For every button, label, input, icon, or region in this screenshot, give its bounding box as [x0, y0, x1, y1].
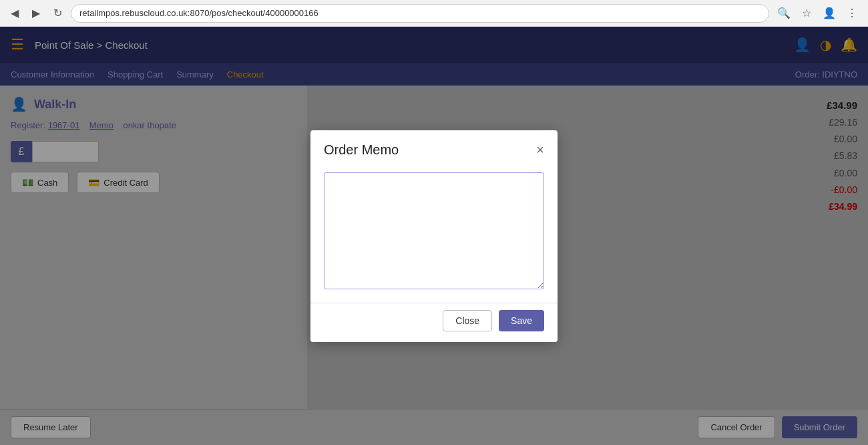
modal-title: Order Memo: [324, 142, 399, 158]
menu-button[interactable]: ⋮: [843, 4, 861, 23]
bookmark-button[interactable]: ☆: [797, 4, 816, 23]
modal-footer: Close Save: [310, 303, 558, 342]
modal-save-button[interactable]: Save: [499, 310, 544, 331]
modal-body: [310, 166, 558, 303]
address-bar[interactable]: retailmpos.rebuscloud.co.uk:8070/pos/che…: [71, 4, 769, 23]
app-container: ☰ Point Of Sale > Checkout 👤 ◑ 🔔 Custome…: [0, 27, 868, 445]
modal-dialog: Order Memo × Close Save: [310, 130, 558, 342]
search-button[interactable]: 🔍: [775, 4, 793, 23]
back-button[interactable]: ◀: [7, 5, 23, 21]
modal-close-x-button[interactable]: ×: [536, 143, 544, 156]
url-text: retailmpos.rebuscloud.co.uk:8070/pos/che…: [79, 8, 318, 18]
modal-close-button[interactable]: Close: [443, 310, 492, 331]
browser-chrome: ◀ ▶ ↻ retailmpos.rebuscloud.co.uk:8070/p…: [0, 0, 868, 27]
modal-header: Order Memo ×: [310, 130, 558, 166]
modal-overlay[interactable]: Order Memo × Close Save: [0, 27, 868, 445]
browser-actions: 🔍 ☆ 👤 ⋮: [775, 4, 861, 23]
refresh-button[interactable]: ↻: [49, 5, 65, 21]
profile-button[interactable]: 👤: [820, 4, 839, 23]
forward-button[interactable]: ▶: [28, 5, 44, 21]
memo-textarea[interactable]: [324, 172, 544, 289]
